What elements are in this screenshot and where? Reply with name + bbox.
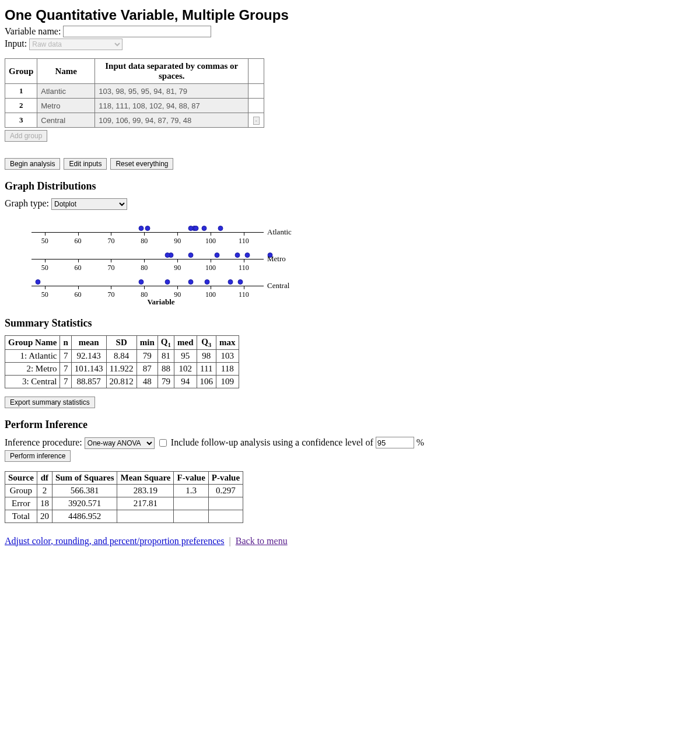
back-to-menu-link[interactable]: Back to menu xyxy=(236,536,288,546)
tick-label: 110 xyxy=(239,237,249,246)
tick-label: 70 xyxy=(107,237,114,246)
begin-analysis-button[interactable]: Begin analysis xyxy=(5,158,60,170)
tick-label: 50 xyxy=(41,237,48,246)
table-row: 1Atlantic103, 98, 95, 95, 94, 81, 79 xyxy=(5,84,264,99)
cell xyxy=(208,510,243,522)
cell: 3: Central xyxy=(5,376,60,388)
followup-checkbox[interactable] xyxy=(159,439,167,447)
col-actions xyxy=(249,59,264,84)
data-point xyxy=(238,279,243,285)
col-data: Input data separated by commas or spaces… xyxy=(95,59,249,84)
data-point xyxy=(215,252,220,258)
inference-procedure-select[interactable]: One-way ANOVA xyxy=(85,437,155,449)
group-data-cell[interactable]: 118, 111, 108, 102, 94, 88, 87 xyxy=(95,99,249,113)
variable-name-input[interactable] xyxy=(63,26,211,37)
col-header: F-value xyxy=(174,471,208,484)
data-point xyxy=(36,279,41,285)
cell xyxy=(208,497,243,510)
cell: 217.81 xyxy=(117,497,174,510)
group-name-cell[interactable]: Metro xyxy=(37,99,95,113)
add-group-button[interactable]: Add group xyxy=(5,130,47,142)
col-header: Q3 xyxy=(197,336,216,350)
tick-label: 110 xyxy=(239,290,249,299)
col-header: SD xyxy=(106,336,136,350)
separator: | xyxy=(229,536,231,546)
data-point xyxy=(228,279,233,285)
tick-label: 100 xyxy=(205,264,216,272)
cell: 18 xyxy=(37,497,52,510)
col-header: n xyxy=(60,336,71,350)
cell: Error xyxy=(5,497,37,510)
dotplot: 5060708090100110Atlantic5060708090100110… xyxy=(5,219,695,307)
preferences-link[interactable]: Adjust color, rounding, and percent/prop… xyxy=(5,536,225,546)
series-label: Central xyxy=(267,281,289,290)
graph-type-label: Graph type: xyxy=(5,198,49,208)
tick-label: 90 xyxy=(174,237,181,246)
cell: 87 xyxy=(136,363,158,376)
tick-label: 70 xyxy=(107,264,114,272)
cell: 1.3 xyxy=(174,484,208,497)
cell: 0.297 xyxy=(208,484,243,497)
cell: 109 xyxy=(216,376,239,388)
group-number: 3 xyxy=(5,113,37,128)
cell: 7 xyxy=(60,376,71,388)
cell xyxy=(174,497,208,510)
data-point xyxy=(145,226,150,231)
cell: 283.19 xyxy=(117,484,174,497)
cell: 20 xyxy=(37,510,52,522)
group-name-cell[interactable]: Atlantic xyxy=(37,84,95,99)
tick-label: 90 xyxy=(174,290,181,299)
perform-inference-button[interactable]: Perform inference xyxy=(5,450,71,462)
tick-label: 80 xyxy=(141,290,148,299)
table-row: 1: Atlantic792.1438.8479819598103 xyxy=(5,350,239,363)
cell: 95 xyxy=(174,350,197,363)
group-name-cell[interactable]: Central xyxy=(37,113,95,128)
data-point xyxy=(218,226,223,231)
percent-label: % xyxy=(416,437,424,447)
input-label: Input: xyxy=(5,38,27,48)
data-point xyxy=(201,226,206,231)
cell: 103 xyxy=(216,350,239,363)
export-summary-button[interactable]: Export summary statistics xyxy=(5,397,95,408)
tick-label: 60 xyxy=(75,264,82,272)
tick-label: 50 xyxy=(41,290,48,299)
cell: 98 xyxy=(197,350,216,363)
edit-inputs-button[interactable]: Edit inputs xyxy=(64,158,107,170)
followup-label: Include follow-up analysis using a confi… xyxy=(171,437,373,447)
data-point xyxy=(188,279,193,285)
cell: 81 xyxy=(158,350,174,363)
data-point xyxy=(138,279,144,285)
reset-button[interactable]: Reset everything xyxy=(110,158,173,170)
graph-type-select[interactable]: Dotplot xyxy=(51,198,127,210)
confidence-level-input[interactable] xyxy=(376,437,414,448)
data-point xyxy=(138,226,144,231)
data-point xyxy=(193,226,198,231)
col-group: Group xyxy=(5,59,37,84)
cell: 79 xyxy=(158,376,174,388)
data-point xyxy=(244,252,250,258)
group-data-cell[interactable]: 103, 98, 95, 95, 94, 81, 79 xyxy=(95,84,249,99)
cell: 8.84 xyxy=(106,350,136,363)
cell: 48 xyxy=(136,376,158,388)
variable-name-label: Variable name: xyxy=(5,26,61,36)
cell: 11.922 xyxy=(106,363,136,376)
input-data-table: Group Name Input data separated by comma… xyxy=(5,58,264,128)
group-data-cell[interactable]: 109, 106, 99, 94, 87, 79, 48 xyxy=(95,113,249,128)
cell: 88 xyxy=(158,363,174,376)
series-label: Atlantic xyxy=(267,227,292,237)
remove-group-button[interactable]: - xyxy=(253,117,260,125)
cell: 118 xyxy=(216,363,239,376)
table-row: Total204486.952 xyxy=(5,510,243,522)
cell: 94 xyxy=(174,376,197,388)
dotplot-row: 5060708090100110Central xyxy=(5,273,695,300)
tick-label: 70 xyxy=(107,290,114,299)
tick-label: 110 xyxy=(239,264,249,272)
cell: 4486.952 xyxy=(52,510,117,522)
input-type-select[interactable]: Raw data xyxy=(29,38,123,50)
cell: 7 xyxy=(60,363,71,376)
data-point xyxy=(165,279,170,285)
tick-label: 100 xyxy=(205,237,216,246)
summary-statistics-heading: Summary Statistics xyxy=(5,317,695,329)
cell: 3920.571 xyxy=(52,497,117,510)
col-header: df xyxy=(37,471,52,484)
